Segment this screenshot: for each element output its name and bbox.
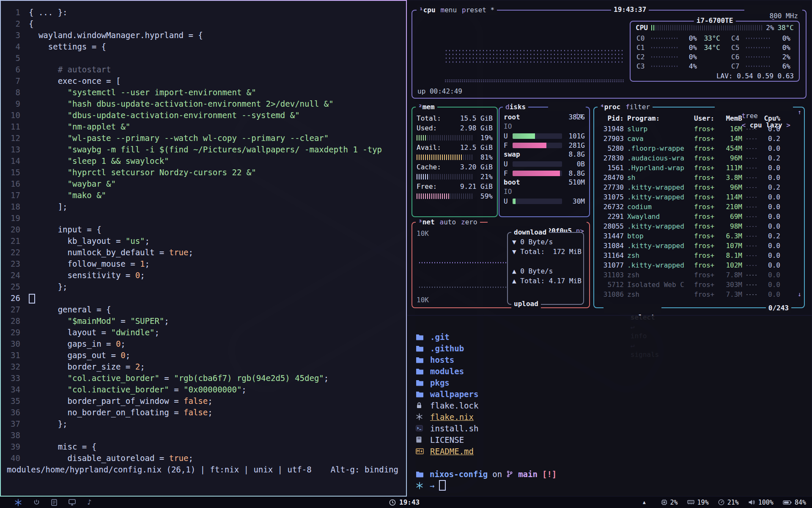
menu-button[interactable]: menu bbox=[441, 5, 457, 15]
code-line[interactable]: 5 bbox=[1, 52, 406, 64]
proc-row[interactable]: 26732codiumfros+210M0.0 bbox=[594, 202, 804, 212]
code-segment: border_size = bbox=[29, 361, 135, 373]
proc-row[interactable]: 31086zshfros+7.3M0.0 bbox=[594, 290, 804, 299]
code-line[interactable]: 38 bbox=[1, 430, 406, 441]
proc-box-title[interactable]: ⁴proc filter bbox=[598, 102, 653, 112]
proc-row[interactable]: 27830.audacious-wrafros+96M0.2 bbox=[594, 153, 804, 163]
code-line[interactable]: 14 "sleep 1 && swaylock" bbox=[1, 155, 406, 167]
code-line[interactable]: 32 border_size = 2; bbox=[1, 361, 406, 373]
proc-scroll-up[interactable]: ↑ bbox=[798, 108, 801, 116]
code-line[interactable]: 18 ]; bbox=[1, 201, 406, 213]
code-line[interactable]: 16 "waybar &" bbox=[1, 178, 406, 190]
chip-stat[interactable]: 2% bbox=[661, 499, 678, 506]
proc-scroll-down[interactable]: ↓ bbox=[798, 290, 801, 298]
nixmenu-icon[interactable] bbox=[14, 499, 22, 506]
code-line[interactable]: 20 input = { bbox=[1, 224, 406, 235]
code-line[interactable]: 24 sensitivity = 0; bbox=[1, 270, 406, 281]
proc-row[interactable]: 31948slurpfros+16M0.0 bbox=[594, 124, 804, 134]
code-line[interactable]: 33 "col.active_border" = "rgb(cba6f7) rg… bbox=[1, 373, 406, 384]
btop-proc-box[interactable]: ⁴proc filter tree < cpu lazy > Pid: Prog… bbox=[593, 107, 805, 308]
net-auto-toggle[interactable]: auto bbox=[440, 217, 456, 227]
code-line[interactable]: 29 layout = "dwindle"; bbox=[1, 327, 406, 338]
disks-box-title[interactable]: disks bbox=[503, 102, 528, 112]
code-line[interactable]: 25 }; bbox=[1, 281, 406, 293]
btop-window[interactable]: ¹cpu menu preset * 19:43:37 - 500ms + 80… bbox=[407, 0, 812, 315]
code-line[interactable]: 30 gaps_in = 0; bbox=[1, 338, 406, 350]
code-line[interactable]: 26 bbox=[1, 293, 406, 304]
code-line[interactable]: 40 disable_autoreload = true; bbox=[1, 453, 406, 464]
proc-row[interactable]: 28055.kitty-wrappedfros+98M0.0 bbox=[594, 221, 804, 231]
terminal-window[interactable]: .git.githubhostsmodulespkgswallpapersfla… bbox=[407, 315, 812, 497]
shell-prompt-input-line[interactable]: → bbox=[407, 480, 812, 491]
code-line[interactable]: 11 "nm-applet &" bbox=[1, 121, 406, 133]
proc-row[interactable]: 1561.Hyprland-wrapfros+111M0.0 bbox=[594, 163, 804, 173]
btop-mem-box[interactable]: ²mem Total:15.5 GiBUsed:2.98 GiB19%Avail… bbox=[411, 107, 498, 217]
proc-row[interactable]: 31164zshfros+8.1M0.0 bbox=[594, 251, 804, 260]
gauge-stat[interactable]: 21% bbox=[718, 499, 739, 506]
proc-row[interactable]: 27903cavafros+14M0.2 bbox=[594, 134, 804, 144]
code-line[interactable]: 37 }; bbox=[1, 418, 406, 430]
taskbar-clock[interactable]: 19:43 bbox=[389, 498, 420, 506]
btop-cpu-box[interactable]: ¹cpu menu preset * 19:43:37 - 500ms + 80… bbox=[411, 10, 807, 99]
display-icon[interactable] bbox=[69, 499, 76, 505]
code-line[interactable]: 15 "hyprctl setcursor Nordzy-cursors 22 … bbox=[1, 167, 406, 178]
code-line[interactable]: 6 # autostart bbox=[1, 64, 406, 75]
disks-io-toggle[interactable]: io bbox=[548, 102, 586, 111]
preset-button[interactable]: preset * bbox=[462, 5, 494, 15]
editor-code-area[interactable]: 1{ ... }:2{3 wayland.windowManager.hyprl… bbox=[1, 1, 406, 464]
btop-disks-box[interactable]: disks io root382GIOU101GF281Gswap8.8GU0B… bbox=[499, 107, 590, 217]
proc-row[interactable]: 31077.kitty-wrappedfros+102M0.0 bbox=[594, 260, 804, 270]
proc-row[interactable]: 5280.floorp-wrappefros+454M0.0 bbox=[594, 144, 804, 153]
code-line[interactable]: 27 general = { bbox=[1, 304, 406, 315]
proc-row[interactable]: 31103zshfros+7.8M0.0 bbox=[594, 270, 804, 280]
net-zero-toggle[interactable]: zero bbox=[461, 217, 477, 227]
code-line[interactable]: 10 "dbus-update-activation-environment -… bbox=[1, 110, 406, 121]
code-segment: 2 bbox=[135, 361, 140, 373]
proc-row[interactable]: 31075.kitty-wrappedfros+114M0.0 bbox=[594, 192, 804, 202]
code-line[interactable]: 3 wayland.windowManager.hyprland = { bbox=[1, 30, 406, 41]
proc-row[interactable]: 5712Isolated Web Cfros+303M0.0 bbox=[594, 280, 804, 290]
proc-row[interactable]: 27730.kitty-wrappedfros+96M0.2 bbox=[594, 182, 804, 192]
code-line[interactable]: 28 "$mainMod" = "SUPER"; bbox=[1, 315, 406, 327]
proc-row[interactable]: 2291Xwaylandfros+69M0.0 bbox=[594, 212, 804, 221]
code-line[interactable]: 34 "col.inactive_border" = "0x00000000"; bbox=[1, 384, 406, 395]
proc-row[interactable]: 28470shfros+3.8M0.0 bbox=[594, 173, 804, 182]
btop-net-box[interactable]: ³net auto zero <b wlp0s20f0u5 n> 10K 10K… bbox=[411, 222, 590, 308]
code-line[interactable]: 2{ bbox=[1, 18, 406, 30]
code-line[interactable]: 22 numlock_by_default = true; bbox=[1, 247, 406, 258]
proc-row[interactable]: 31447btopfros+6.3M0.2 bbox=[594, 231, 804, 241]
proc-filter-button[interactable]: filter bbox=[625, 102, 650, 112]
battery-stat[interactable]: 84% bbox=[783, 499, 806, 506]
mem-box-title[interactable]: ²mem bbox=[416, 102, 437, 112]
code-line[interactable]: 31 gaps_out = 0; bbox=[1, 350, 406, 361]
proc-sort-controls[interactable]: tree < cpu lazy > bbox=[715, 102, 793, 111]
code-line[interactable]: 9 "hash dbus-update-activation-environme… bbox=[1, 98, 406, 110]
code-line[interactable]: 23 follow_mouse = 1; bbox=[1, 258, 406, 270]
music-icon[interactable]: ♪ bbox=[87, 499, 91, 506]
code-line[interactable]: 7 exec-once = [ bbox=[1, 75, 406, 87]
editor-window[interactable]: 1{ ... }:2{3 wayland.windowManager.hyprl… bbox=[0, 0, 407, 497]
proc-row[interactable]: 31084.kitty-wrappedfros+107M0.0 bbox=[594, 241, 804, 251]
code-line[interactable]: 4 settings = { bbox=[1, 41, 406, 52]
code-line[interactable]: 21 kb_layout = "us"; bbox=[1, 235, 406, 247]
code-line[interactable]: 39 misc = { bbox=[1, 441, 406, 453]
tray-expand-arrow[interactable]: ▲ bbox=[643, 500, 646, 505]
code-line[interactable]: 1{ ... }: bbox=[1, 7, 406, 18]
cpu-box-title[interactable]: ¹cpu menu preset * bbox=[417, 5, 497, 15]
net-interface-selector[interactable]: <b wlp0s20f0u5 n> bbox=[488, 217, 587, 226]
code-line[interactable]: 12 "wl-paste --primary --watch wl-copy -… bbox=[1, 133, 406, 144]
code-line[interactable]: 19 bbox=[1, 213, 406, 224]
page-icon[interactable] bbox=[51, 499, 57, 506]
code-line[interactable]: 17 "mako &" bbox=[1, 190, 406, 201]
proc-footer[interactable]: select ↵ info ↵ signals bbox=[604, 304, 661, 313]
net-box-title[interactable]: ³net auto zero bbox=[416, 217, 480, 227]
code-line[interactable]: 8 "systemctl --user import-environment &… bbox=[1, 87, 406, 98]
speaker-stat[interactable]: 100% bbox=[748, 499, 774, 506]
proc-header-row[interactable]: Pid: Program: User: MemB Cpu% bbox=[594, 113, 804, 123]
code-segment: settings = { bbox=[29, 41, 106, 52]
code-line[interactable]: 36 no_border_on_floating = false; bbox=[1, 407, 406, 418]
code-line[interactable]: 13 "swaybg -m fill -i $(find ~/Pictures/… bbox=[1, 144, 406, 155]
code-line[interactable]: 35 border_part_of_window = false; bbox=[1, 395, 406, 407]
ram-stat[interactable]: 19% bbox=[687, 499, 709, 506]
power-icon[interactable] bbox=[33, 499, 40, 505]
